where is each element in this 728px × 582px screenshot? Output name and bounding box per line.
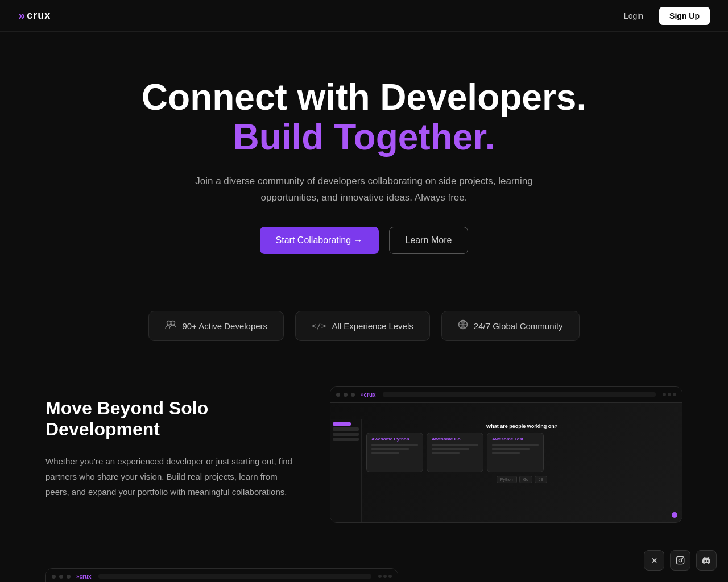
learn-more-button[interactable]: Learn More [389,227,469,254]
hero-section: Connect with Developers. Build Together.… [0,32,728,277]
stat-global-community: 24/7 Global Community [441,311,580,341]
start-collaborating-button[interactable]: Start Collaborating → [260,227,379,254]
hero-heading-line1: Connect with Developers. [142,77,586,118]
users-icon [165,320,176,332]
features-section: Move Beyond Solo Development Whether you… [0,341,728,582]
navbar: » crux Login Sign Up [0,0,728,32]
stat-global-label: 24/7 Global Community [474,321,563,331]
svg-rect-6 [676,556,684,564]
mock-topbar-1: »crux [330,387,682,403]
feature-row-2: Instant Connections »crux [46,568,682,582]
hero-buttons: Start Collaborating → Learn More [23,227,705,254]
hero-subtext: Join a diverse community of developers c… [176,173,552,206]
stat-experience-label: All Experience Levels [332,321,413,331]
mock-online-dot [672,512,677,518]
svg-point-7 [679,559,681,562]
mock-topbar-2: »crux [46,569,398,582]
stat-experience-levels: </> All Experience Levels [295,311,430,341]
discord-button[interactable] [696,550,717,571]
feature-2-image: »crux [46,568,398,582]
logo[interactable]: » crux [18,9,51,23]
svg-point-1 [171,321,175,325]
feature-1-body: Whether you're an experienced developer … [46,454,296,500]
stat-active-developers: 90+ Active Developers [148,311,284,341]
globe-icon [458,319,468,332]
login-button[interactable]: Login [617,8,650,24]
nav-actions: Login Sign Up [617,7,710,25]
stats-row: 90+ Active Developers </> All Experience… [0,311,728,341]
logo-icon: » [18,9,23,23]
feature-1-text: Move Beyond Solo Development Whether you… [46,386,296,500]
feature-1-heading: Move Beyond Solo Development [46,398,296,440]
svg-point-8 [682,558,682,559]
feature-2-heading: Instant Connections [432,580,682,582]
signup-button[interactable]: Sign Up [659,7,710,25]
logo-text: crux [27,10,51,22]
feature-1-image: »crux What ar [330,386,682,523]
feature-row-1: Move Beyond Solo Development Whether you… [46,386,682,523]
twitter-x-button[interactable]: ✕ [644,550,664,571]
social-bar: ✕ [644,550,717,571]
code-icon: </> [312,321,326,330]
stat-developers-label: 90+ Active Developers [182,321,267,331]
hero-heading: Connect with Developers. Build Together. [23,77,705,157]
instagram-button[interactable] [670,550,690,571]
svg-point-0 [167,321,171,325]
hero-heading-line2: Build Together. [23,117,705,157]
